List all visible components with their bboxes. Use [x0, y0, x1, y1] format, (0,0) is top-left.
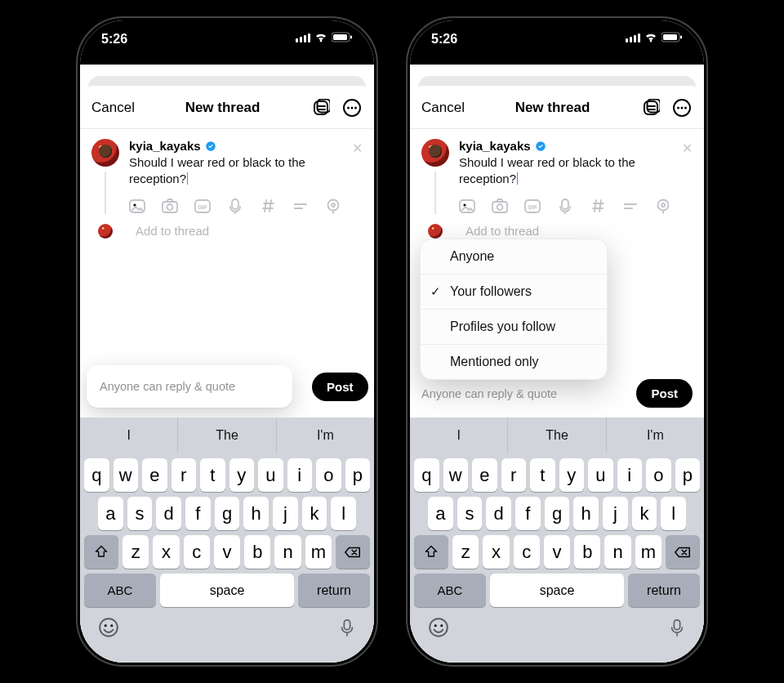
key-i[interactable]: i — [617, 458, 643, 492]
gallery-icon[interactable] — [459, 198, 475, 217]
key-g[interactable]: g — [215, 497, 240, 530]
post-button[interactable]: Post — [312, 373, 368, 401]
location-icon[interactable] — [325, 198, 341, 217]
key-q[interactable]: q — [84, 458, 109, 492]
key-b[interactable]: b — [574, 535, 600, 569]
menu-item-anyone[interactable]: Anyone — [421, 239, 607, 275]
key-n[interactable]: n — [274, 535, 301, 569]
post-button[interactable]: Post — [636, 379, 693, 408]
suggestion-3[interactable]: I'm — [607, 417, 704, 453]
key-x[interactable]: x — [483, 535, 509, 569]
avatar[interactable] — [91, 139, 119, 167]
gif-icon[interactable] — [524, 198, 541, 217]
key-z[interactable]: z — [122, 535, 149, 569]
key-z[interactable]: z — [452, 535, 479, 569]
key-r[interactable]: r — [501, 458, 527, 492]
reply-audience-button[interactable]: Anyone can reply & quote — [87, 365, 292, 408]
add-to-thread-row[interactable]: Add to thread — [410, 217, 704, 239]
key-q[interactable]: q — [414, 458, 439, 492]
key-l[interactable]: l — [661, 497, 686, 530]
key-s[interactable]: s — [127, 497, 153, 530]
keyboard[interactable]: I The I'm q w e r t y u i o p a s d f — [80, 417, 374, 663]
drafts-button[interactable] — [310, 97, 332, 118]
key-f[interactable]: f — [185, 497, 211, 530]
key-delete[interactable] — [666, 535, 700, 569]
key-i[interactable]: i — [287, 458, 313, 492]
keyboard[interactable]: I The I'm q w e r t y u i o p a s d f — [410, 417, 704, 663]
key-a[interactable]: a — [428, 497, 453, 530]
key-n[interactable]: n — [604, 535, 630, 569]
key-abc[interactable]: ABC — [84, 574, 156, 607]
suggestion-1[interactable]: I — [410, 417, 508, 453]
emoji-keyboard-icon[interactable] — [428, 617, 449, 641]
location-icon[interactable] — [655, 198, 671, 217]
hashtag-icon[interactable] — [260, 198, 276, 217]
cancel-button[interactable]: Cancel — [421, 100, 465, 116]
key-t[interactable]: t — [200, 458, 225, 492]
voice-icon[interactable] — [227, 198, 243, 217]
key-p[interactable]: p — [675, 458, 701, 492]
key-c[interactable]: c — [184, 535, 210, 569]
suggestion-1[interactable]: I — [80, 417, 178, 453]
key-c[interactable]: c — [514, 535, 540, 569]
key-d[interactable]: d — [156, 497, 181, 530]
compose-text-input[interactable]: Should I wear red or black to the recept… — [129, 154, 363, 188]
menu-item-profiles-you-follow[interactable]: Profiles you follow — [421, 310, 607, 345]
key-u[interactable]: u — [258, 458, 283, 492]
dictation-icon[interactable] — [338, 617, 356, 641]
compose-text-input[interactable]: Should I wear red or black to the recept… — [459, 154, 693, 188]
key-v[interactable]: v — [544, 535, 570, 569]
cancel-button[interactable]: Cancel — [91, 100, 135, 116]
camera-icon[interactable] — [492, 198, 508, 217]
poll-icon[interactable] — [622, 198, 639, 217]
key-u[interactable]: u — [588, 458, 613, 492]
key-w[interactable]: w — [443, 458, 469, 492]
key-f[interactable]: f — [515, 497, 541, 530]
key-o[interactable]: o — [316, 458, 341, 492]
key-h[interactable]: h — [573, 497, 599, 530]
key-r[interactable]: r — [172, 458, 197, 492]
key-a[interactable]: a — [98, 497, 123, 530]
add-to-thread-row[interactable]: Add to thread — [80, 217, 374, 239]
key-e[interactable]: e — [472, 458, 497, 492]
dictation-icon[interactable] — [668, 617, 686, 641]
key-x[interactable]: x — [153, 535, 179, 569]
remove-post-button[interactable]: ✕ — [682, 141, 693, 156]
poll-icon[interactable] — [292, 198, 309, 217]
key-h[interactable]: h — [243, 497, 269, 530]
key-space[interactable]: space — [160, 574, 294, 607]
key-shift[interactable] — [414, 535, 448, 569]
key-abc[interactable]: ABC — [414, 574, 486, 607]
drafts-button[interactable] — [640, 97, 662, 118]
key-b[interactable]: b — [244, 535, 270, 569]
emoji-keyboard-icon[interactable] — [98, 617, 119, 641]
hashtag-icon[interactable] — [590, 198, 606, 217]
key-g[interactable]: g — [545, 497, 570, 530]
key-l[interactable]: l — [331, 497, 356, 530]
key-o[interactable]: o — [646, 458, 671, 492]
key-return[interactable]: return — [298, 574, 370, 607]
more-options-button[interactable] — [671, 97, 693, 118]
key-y[interactable]: y — [229, 458, 255, 492]
avatar[interactable] — [421, 139, 449, 167]
suggestion-3[interactable]: I'm — [277, 417, 374, 453]
key-return[interactable]: return — [628, 574, 700, 607]
key-t[interactable]: t — [530, 458, 555, 492]
key-delete[interactable] — [336, 535, 370, 569]
key-s[interactable]: s — [457, 497, 483, 530]
key-j[interactable]: j — [273, 497, 298, 530]
suggestion-2[interactable]: The — [508, 417, 606, 453]
key-k[interactable]: k — [302, 497, 327, 530]
key-m[interactable]: m — [635, 535, 662, 569]
key-v[interactable]: v — [214, 535, 240, 569]
key-space[interactable]: space — [490, 574, 624, 607]
key-shift[interactable] — [84, 535, 118, 569]
voice-icon[interactable] — [557, 198, 573, 217]
more-options-button[interactable] — [341, 97, 363, 118]
key-k[interactable]: k — [632, 497, 657, 530]
key-j[interactable]: j — [603, 497, 628, 530]
key-m[interactable]: m — [305, 535, 332, 569]
key-y[interactable]: y — [559, 458, 585, 492]
key-d[interactable]: d — [486, 497, 511, 530]
gif-icon[interactable] — [194, 198, 211, 217]
